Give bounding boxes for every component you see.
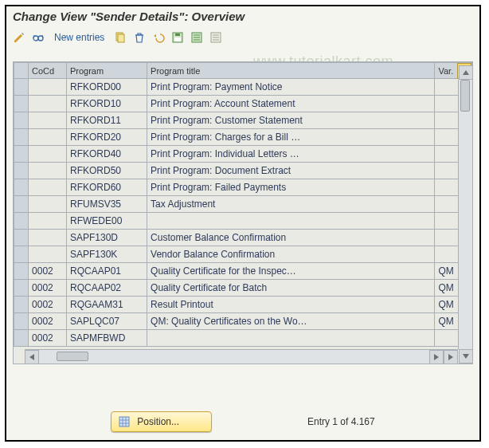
cell-cocd[interactable]: 0002 — [29, 313, 67, 330]
cell-cocd[interactable] — [29, 129, 67, 146]
cell-title[interactable]: QM: Quality Certificates on the Wo… — [147, 313, 435, 330]
table-row[interactable]: RFKORD50Print Program: Document Extract — [14, 163, 472, 179]
deselect-all-icon[interactable] — [208, 29, 224, 45]
row-selector[interactable] — [14, 246, 29, 263]
cell-program[interactable]: RFUMSV35 — [66, 196, 147, 213]
save-icon[interactable] — [170, 29, 186, 45]
select-all-icon[interactable] — [189, 29, 205, 45]
copy-icon[interactable] — [112, 29, 128, 45]
vertical-scroll-thumb[interactable] — [460, 80, 470, 112]
cell-cocd[interactable] — [29, 246, 67, 263]
cell-program[interactable]: RFWEDE00 — [66, 213, 147, 230]
cell-program[interactable]: RQCAAP02 — [66, 280, 147, 297]
table-row[interactable]: RFKORD10Print Program: Account Statement — [14, 96, 472, 112]
scroll-right-end-arrow[interactable] — [444, 350, 458, 364]
row-selector[interactable] — [14, 263, 29, 280]
cell-title[interactable] — [147, 330, 435, 347]
cell-cocd[interactable] — [29, 163, 67, 179]
row-selector[interactable] — [14, 230, 29, 246]
cell-title[interactable]: Print Program: Document Extract — [147, 163, 435, 179]
col-cocd[interactable]: CoCd — [29, 63, 67, 79]
cell-cocd[interactable] — [29, 213, 67, 230]
table-row[interactable]: RFKORD40Print Program: Individual Letter… — [14, 146, 472, 163]
cell-title[interactable]: Print Program: Account Statement — [147, 96, 435, 112]
cell-program[interactable]: RFKORD10 — [66, 96, 147, 112]
cell-cocd[interactable] — [29, 79, 67, 96]
new-entries-button[interactable]: New entries — [49, 32, 109, 43]
cell-program[interactable]: RQCAAP01 — [66, 263, 147, 280]
cell-cocd[interactable]: 0002 — [29, 263, 67, 280]
cell-cocd[interactable] — [29, 196, 67, 213]
row-selector[interactable] — [14, 146, 29, 163]
scroll-down-arrow[interactable] — [459, 349, 473, 364]
horizontal-scroll-thumb[interactable] — [57, 352, 88, 361]
cell-title[interactable]: Print Program: Charges for a Bill … — [147, 129, 435, 146]
row-selector[interactable] — [14, 297, 29, 313]
cell-cocd[interactable] — [29, 146, 67, 163]
row-selector[interactable] — [14, 179, 29, 196]
cell-title[interactable]: Print Program: Individual Letters … — [147, 146, 435, 163]
cell-program[interactable]: SAPLQC07 — [66, 313, 147, 330]
row-selector[interactable] — [14, 96, 29, 112]
cell-program[interactable]: RFKORD40 — [66, 146, 147, 163]
cell-title[interactable]: Result Printout — [147, 297, 435, 313]
scroll-left-arrow[interactable] — [25, 350, 39, 364]
cell-title[interactable]: Print Program: Customer Statement — [147, 112, 435, 129]
cell-cocd[interactable]: 0002 — [29, 330, 67, 347]
table-row[interactable]: RFWEDE00 — [14, 213, 472, 230]
table-row[interactable]: 0002RQCAAP01Quality Certificate for the … — [14, 263, 472, 280]
cell-program[interactable]: RFKORD00 — [66, 79, 147, 96]
table-row[interactable]: RFKORD20Print Program: Charges for a Bil… — [14, 129, 472, 146]
horizontal-scrollbar[interactable] — [25, 349, 458, 364]
vertical-scrollbar[interactable] — [458, 80, 472, 349]
table-row[interactable]: RFKORD00Print Program: Payment Notice — [14, 79, 472, 96]
glasses-icon[interactable] — [30, 29, 46, 45]
table-row[interactable]: 0002SAPLQC07QM: Quality Certificates on … — [14, 313, 472, 330]
table-row[interactable]: 0002RQCAAP02Quality Certificate for Batc… — [14, 280, 472, 297]
row-selector[interactable] — [14, 112, 29, 129]
scroll-up-arrow[interactable] — [459, 65, 473, 80]
row-selector[interactable] — [14, 280, 29, 297]
cell-title[interactable]: Customer Balance Confirmation — [147, 230, 435, 246]
cell-title[interactable] — [147, 213, 435, 230]
cell-title[interactable]: Print Program: Payment Notice — [147, 79, 435, 96]
cell-title[interactable]: Tax Adjustment — [147, 196, 435, 213]
row-selector[interactable] — [14, 313, 29, 330]
table-row[interactable]: 0002RQGAAM31Result PrintoutQM — [14, 297, 472, 313]
position-button[interactable]: Position... — [111, 411, 212, 432]
cell-title[interactable]: Quality Certificate for the Inspec… — [147, 263, 435, 280]
cell-program[interactable]: RFKORD20 — [66, 129, 147, 146]
select-all-cell[interactable] — [14, 63, 29, 79]
table-row[interactable]: 0002SAPMFBWD — [14, 330, 472, 347]
table-row[interactable]: RFUMSV35Tax Adjustment — [14, 196, 472, 213]
tool-change-icon[interactable] — [11, 29, 27, 45]
row-selector[interactable] — [14, 213, 29, 230]
row-selector[interactable] — [14, 129, 29, 146]
cell-program[interactable]: RFKORD50 — [66, 163, 147, 179]
cell-cocd[interactable] — [29, 96, 67, 112]
undo-icon[interactable] — [151, 29, 166, 45]
col-program[interactable]: Program — [66, 63, 147, 79]
scroll-right-arrow[interactable] — [429, 350, 444, 364]
table-row[interactable]: RFKORD60Print Program: Failed Payments — [14, 179, 472, 196]
cell-cocd[interactable] — [29, 179, 67, 196]
table-row[interactable]: SAPF130DCustomer Balance Confirmation — [14, 230, 472, 246]
delete-icon[interactable] — [131, 29, 147, 45]
cell-program[interactable]: RQGAAM31 — [66, 297, 147, 313]
cell-program[interactable]: RFKORD11 — [66, 112, 147, 129]
cell-cocd[interactable] — [29, 112, 67, 129]
row-selector[interactable] — [14, 330, 29, 347]
col-program-title[interactable]: Program title — [147, 63, 435, 79]
row-selector[interactable] — [14, 196, 29, 213]
row-selector[interactable] — [14, 163, 29, 179]
cell-cocd[interactable]: 0002 — [29, 280, 67, 297]
cell-title[interactable]: Print Program: Failed Payments — [147, 179, 435, 196]
cell-program[interactable]: SAPF130D — [66, 230, 147, 246]
row-selector[interactable] — [14, 79, 29, 96]
cell-program[interactable]: RFKORD60 — [66, 179, 147, 196]
cell-program[interactable]: SAPMFBWD — [66, 330, 147, 347]
cell-title[interactable]: Vendor Balance Confirmation — [147, 246, 435, 263]
table-row[interactable]: RFKORD11Print Program: Customer Statemen… — [14, 112, 472, 129]
cell-cocd[interactable]: 0002 — [29, 297, 67, 313]
table-row[interactable]: SAPF130KVendor Balance Confirmation — [14, 246, 472, 263]
